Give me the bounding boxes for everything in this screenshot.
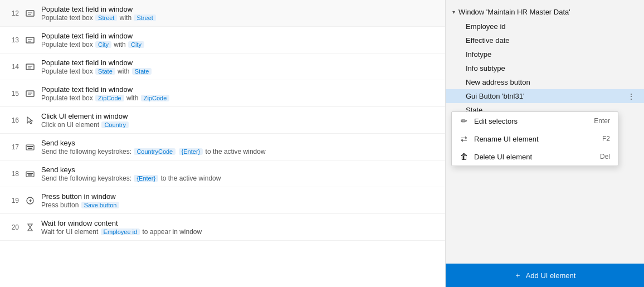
step-content: Populate text field in windowPopulate te… (41, 59, 438, 75)
step-title: Wait for window content (41, 219, 438, 227)
step-content: Wait for window contentWait for UI eleme… (41, 219, 438, 236)
step-row[interactable]: 20Wait for window contentWait for UI ele… (0, 214, 445, 241)
step-row[interactable]: 16Click UI element in windowClick on UI … (0, 107, 445, 134)
svg-rect-6 (26, 64, 34, 70)
step-number: 13 (7, 36, 25, 44)
svg-rect-3 (26, 37, 34, 43)
step-title: Populate text field in window (41, 5, 438, 13)
step-number: 15 (7, 90, 25, 98)
step-desc: Populate text box Street with Street (41, 14, 438, 22)
rename-icon: ⇄ (460, 134, 469, 143)
svg-rect-9 (26, 91, 34, 96)
collapse-icon[interactable]: ▾ (452, 9, 455, 15)
step-title: Press button in window (41, 192, 438, 201)
add-ui-element-button[interactable]: ＋ Add UI element (446, 264, 644, 287)
step-tag: Street (95, 14, 117, 21)
context-menu-item[interactable]: ⇄Rename UI elementF2 (452, 130, 618, 148)
svg-rect-23 (28, 173, 30, 174)
svg-rect-18 (28, 148, 32, 149)
step-row[interactable]: 17Send keysSend the following keystrokes… (0, 134, 445, 160)
right-panel: ▾ Window 'Maintain HR Master Data' Emplo… (446, 0, 644, 287)
step-row[interactable]: 18Send keysSend the following keystrokes… (0, 160, 445, 187)
step-row[interactable]: 14Populate text field in windowPopulate … (0, 53, 445, 80)
window-icon (25, 61, 36, 72)
step-desc: Populate text box State with State (41, 67, 438, 75)
step-number: 18 (7, 170, 25, 178)
svg-rect-24 (31, 173, 32, 174)
step-tag: Country (101, 121, 129, 128)
step-desc: Wait for UI element Employee id to appea… (41, 228, 438, 236)
context-menu-label: Edit selectors (474, 117, 518, 125)
step-content: Click UI element in windowClick on UI el… (41, 112, 438, 129)
step-title: Send keys (41, 139, 438, 147)
step-tag: {Enter} (134, 175, 158, 182)
context-menu-shortcut: F2 (602, 135, 610, 143)
step-content: Populate text field in windowPopulate te… (41, 85, 438, 102)
step-content: Populate text field in windowPopulate te… (41, 32, 438, 48)
svg-rect-19 (26, 172, 34, 177)
tree-item[interactable]: Effective date (446, 33, 644, 47)
context-menu-shortcut: Enter (594, 117, 610, 125)
context-menu: ✏Edit selectorsEnter⇄Rename UI elementF2… (451, 111, 618, 166)
step-row[interactable]: 12Populate text field in windowPopulate … (0, 0, 445, 27)
wait-icon (25, 222, 36, 233)
tree-item-row[interactable]: Gui Button 'btnl31'⋮ (446, 89, 644, 103)
step-title: Populate text field in window (41, 32, 438, 40)
context-menu-label: Rename UI element (474, 135, 539, 143)
keyboard-icon (25, 168, 36, 179)
step-row[interactable]: 19Press button in windowPress button Sav… (0, 187, 445, 214)
tree-header: ▾ Window 'Maintain HR Master Data' (446, 4, 644, 20)
step-title: Send keys (41, 166, 438, 174)
svg-rect-0 (26, 11, 34, 16)
delete-icon: 🗑 (460, 152, 469, 161)
step-content: Send keysSend the following keystrokes: … (41, 139, 438, 155)
steps-panel: 12Populate text field in windowPopulate … (0, 0, 446, 287)
svg-rect-16 (28, 146, 30, 147)
svg-rect-25 (28, 174, 32, 176)
svg-rect-22 (32, 173, 33, 174)
click-icon (25, 115, 36, 126)
step-content: Populate text field in windowPopulate te… (41, 5, 438, 22)
pencil-icon: ✏ (460, 116, 469, 125)
step-tag: State (95, 68, 115, 75)
step-desc: Send the following keystrokes: CountryCo… (41, 148, 438, 155)
step-row[interactable]: 15Populate text field in windowPopulate … (0, 80, 445, 107)
step-tag2: ZipCode (141, 95, 170, 101)
tree-item[interactable]: Employee id (446, 20, 644, 33)
svg-rect-13 (27, 146, 28, 147)
step-number: 17 (7, 143, 25, 151)
svg-rect-12 (26, 145, 34, 150)
kebab-menu-button[interactable]: ⋮ (625, 93, 637, 100)
step-tag2: Street (134, 14, 155, 21)
step-title: Populate text field in window (41, 59, 438, 67)
step-tag: CountryCode (134, 148, 175, 155)
step-content: Press button in windowPress button Save … (41, 192, 438, 209)
step-tag: Save button (81, 202, 120, 208)
step-tag: Employee id (101, 228, 140, 235)
step-number: 16 (7, 116, 25, 124)
tree-item[interactable]: New address button (446, 75, 644, 89)
step-title: Populate text field in window (41, 85, 438, 94)
context-menu-item[interactable]: ✏Edit selectorsEnter (452, 112, 618, 130)
tree-item[interactable]: Infotype (446, 47, 644, 61)
window-icon (25, 88, 36, 99)
step-desc: Press button Save button (41, 201, 438, 209)
add-ui-label: Add UI element (526, 271, 576, 280)
svg-rect-15 (32, 146, 33, 147)
step-desc: Click on UI element Country (41, 121, 438, 129)
step-row[interactable]: 13Populate text field in windowPopulate … (0, 27, 445, 53)
svg-rect-17 (31, 146, 32, 147)
step-number: 12 (7, 9, 25, 17)
step-desc: Send the following keystrokes: {Enter} t… (41, 174, 438, 182)
step-number: 19 (7, 197, 25, 205)
step-tag2: City (128, 41, 144, 48)
add-icon: ＋ (514, 270, 521, 280)
tree-item[interactable]: Info subtype (446, 61, 644, 75)
step-tag: ZipCode (95, 95, 124, 101)
context-menu-item[interactable]: 🗑Delete UI elementDel (452, 148, 618, 166)
step-tag2: {Enter} (179, 148, 203, 155)
step-tag: City (95, 41, 111, 48)
window-icon (25, 35, 36, 46)
svg-rect-21 (30, 173, 31, 174)
step-title: Click UI element in window (41, 112, 438, 120)
